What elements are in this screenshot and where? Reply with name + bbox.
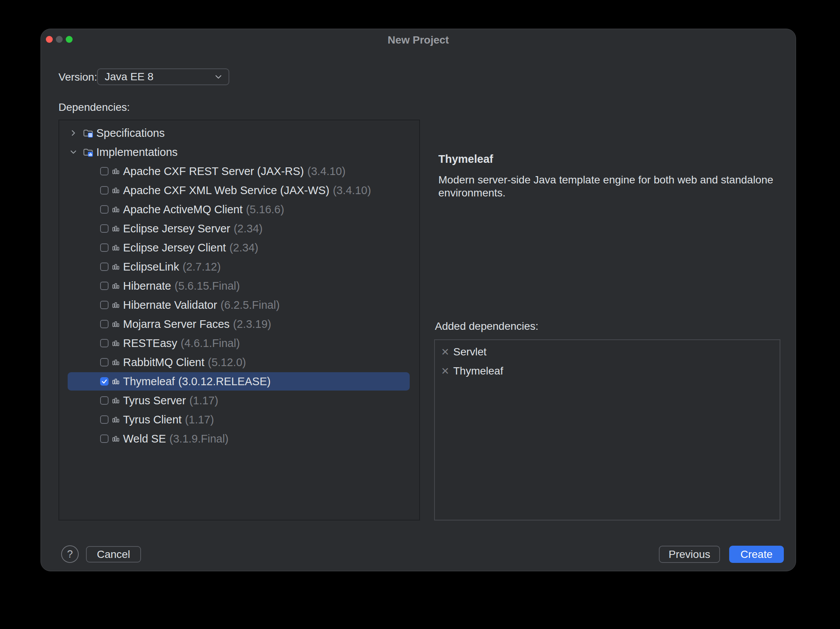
chevron-right-icon[interactable] [68, 128, 78, 138]
version-selected-value: Java EE 8 [105, 71, 215, 83]
tree-item-thymeleaf[interactable]: Thymeleaf(3.0.12.RELEASE) [59, 372, 419, 391]
dependency-version: (5.6.15.Final) [175, 280, 240, 292]
tree-item-hibernate[interactable]: Hibernate(5.6.15.Final) [59, 276, 419, 295]
added-dependency-servlet[interactable]: ✕ Servlet [435, 342, 780, 362]
tree-item-hibernate-validator[interactable]: Hibernate Validator(6.2.5.Final) [59, 295, 419, 314]
tree-item-apache-cxf-rest-server-jax-rs[interactable]: Apache CXF REST Server (JAX-RS)(3.4.10) [59, 162, 419, 181]
tree-item-tyrus-server[interactable]: Tyrus Server(1.17) [59, 391, 419, 410]
tree-item-resteasy[interactable]: RESTEasy(4.6.1.Final) [59, 334, 419, 353]
dependency-checkbox[interactable] [100, 243, 109, 252]
library-icon [112, 396, 120, 405]
dependency-version: (2.7.12) [183, 261, 221, 273]
dependency-version: (5.12.0) [208, 356, 246, 369]
tree-item-eclipse-jersey-server[interactable]: Eclipse Jersey Server(2.34) [59, 219, 419, 238]
dependencies-label: Dependencies: [58, 101, 130, 113]
library-icon [112, 415, 120, 424]
library-icon [112, 186, 120, 195]
library-icon [112, 282, 120, 290]
dependency-name: Mojarra Server Faces [123, 318, 230, 331]
dependency-version: (3.0.12.RELEASE) [178, 375, 271, 388]
dependency-checkbox[interactable] [100, 358, 109, 366]
tree-item-rabbitmq-client[interactable]: RabbitMQ Client(5.12.0) [59, 353, 419, 372]
dependency-version: (4.6.1.Final) [181, 337, 240, 350]
folder-implementations-icon [83, 147, 94, 157]
library-icon [112, 301, 120, 309]
dependency-name: Apache CXF XML Web Service (JAX-WS) [123, 184, 329, 197]
dependency-version: (3.4.10) [307, 165, 345, 178]
dependency-version: (2.34) [229, 242, 258, 254]
tree-group-specifications[interactable]: Specifications [59, 123, 419, 143]
dependency-name: RabbitMQ Client [123, 356, 204, 369]
window-title: New Project [41, 34, 796, 46]
dependency-version: (1.17) [185, 413, 214, 426]
dependency-checkbox[interactable] [100, 320, 109, 328]
added-dependencies-list: ✕ Servlet✕ Thymeleaf [434, 339, 780, 520]
added-dependency-thymeleaf[interactable]: ✕ Thymeleaf [435, 362, 780, 381]
library-icon [112, 339, 120, 347]
dependency-details-title: Thymeleaf [438, 153, 493, 165]
added-dependency-label: Thymeleaf [453, 365, 503, 377]
dependency-checkbox[interactable] [100, 186, 109, 195]
tree-item-mojarra-server-faces[interactable]: Mojarra Server Faces(2.3.19) [59, 314, 419, 334]
library-icon [112, 377, 120, 386]
dependency-checkbox[interactable] [100, 339, 109, 347]
dependencies-tree: Specifications Implementations Apache CX… [58, 120, 420, 520]
chevron-down-icon[interactable] [68, 147, 78, 157]
library-icon [112, 243, 120, 252]
tree-item-eclipselink[interactable]: EclipseLink(2.7.12) [59, 257, 419, 276]
chevron-down-icon [215, 75, 222, 79]
previous-button[interactable]: Previous [659, 546, 720, 563]
dependency-checkbox[interactable] [100, 377, 109, 386]
dependency-name: Thymeleaf [123, 375, 175, 388]
tree-item-eclipse-jersey-client[interactable]: Eclipse Jersey Client(2.34) [59, 238, 419, 257]
library-icon [112, 224, 120, 233]
help-button[interactable]: ? [61, 545, 79, 563]
tree-group-implementations[interactable]: Implementations [59, 143, 419, 162]
dependency-name: Hibernate [123, 280, 171, 292]
version-select[interactable]: Java EE 8 [97, 68, 229, 85]
dependency-name: Apache CXF REST Server (JAX-RS) [123, 165, 304, 178]
create-button[interactable]: Create [729, 546, 784, 563]
dependency-checkbox[interactable] [100, 205, 109, 214]
folder-specifications-icon [83, 128, 94, 138]
dependency-name: Apache ActiveMQ Client [123, 203, 243, 216]
dependency-version: (2.3.19) [233, 318, 271, 331]
question-mark-icon: ? [67, 548, 73, 560]
dependency-version: (5.16.6) [246, 203, 284, 216]
library-icon [112, 205, 120, 214]
dependency-checkbox[interactable] [100, 282, 109, 290]
tree-group-label: Implementations [96, 146, 178, 159]
dependency-checkbox[interactable] [100, 224, 109, 233]
dependency-version: (3.4.10) [333, 184, 371, 197]
dependency-name: Eclipse Jersey Client [123, 242, 226, 254]
remove-dependency-icon[interactable]: ✕ [440, 346, 450, 358]
new-project-dialog: New Project Version: Java EE 8 Dependenc… [41, 29, 796, 571]
dependency-version: (3.1.9.Final) [169, 433, 229, 445]
remove-dependency-icon[interactable]: ✕ [440, 365, 450, 377]
tree-item-apache-cxf-xml-web-service-jax-ws[interactable]: Apache CXF XML Web Service (JAX-WS)(3.4.… [59, 181, 419, 200]
dependency-version: (6.2.5.Final) [221, 299, 280, 311]
dependency-name: Tyrus Client [123, 413, 182, 426]
dependency-checkbox[interactable] [100, 167, 109, 175]
check-icon [101, 378, 108, 385]
library-icon [112, 358, 120, 366]
added-dependencies-label: Added dependencies: [435, 320, 538, 332]
tree-item-apache-activemq-client[interactable]: Apache ActiveMQ Client(5.16.6) [59, 200, 419, 219]
dependency-checkbox[interactable] [100, 396, 109, 405]
tree-item-tyrus-client[interactable]: Tyrus Client(1.17) [59, 410, 419, 429]
cancel-button[interactable]: Cancel [86, 546, 141, 563]
tree-item-weld-se[interactable]: Weld SE(3.1.9.Final) [59, 429, 419, 448]
dependency-checkbox[interactable] [100, 415, 109, 424]
library-icon [112, 263, 120, 271]
dependency-checkbox[interactable] [100, 434, 109, 443]
library-icon [112, 320, 120, 328]
dependency-checkbox[interactable] [100, 263, 109, 271]
dependency-name: RESTEasy [123, 337, 177, 350]
dependency-name: Eclipse Jersey Server [123, 222, 230, 235]
dependency-name: Tyrus Server [123, 394, 186, 407]
version-label: Version: [58, 71, 97, 83]
added-dependency-label: Servlet [453, 346, 486, 358]
dependency-checkbox[interactable] [100, 301, 109, 309]
dependency-name: EclipseLink [123, 261, 179, 273]
dependency-details-description: Modern server-side Java template engine … [438, 173, 801, 199]
